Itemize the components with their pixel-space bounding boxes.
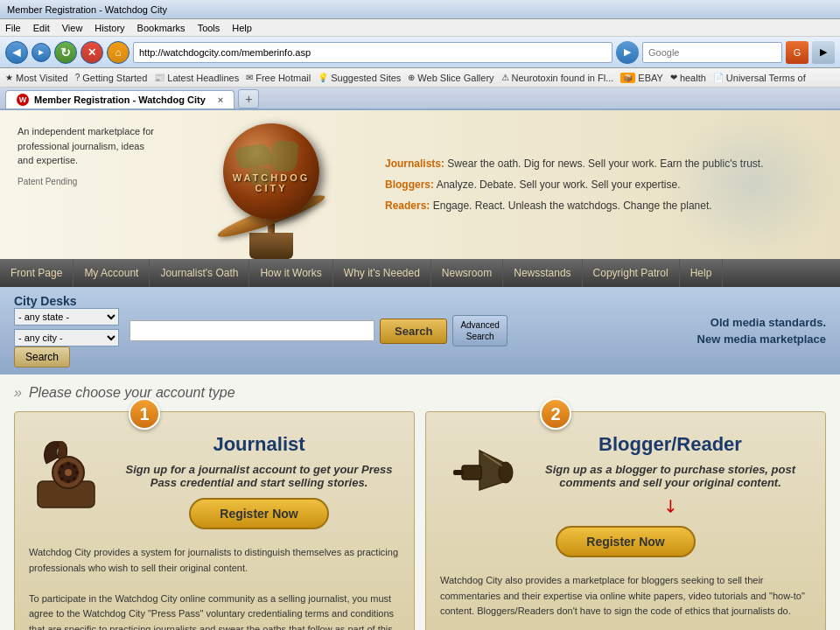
city-search-input-wrap: Search Advanced Search [130,315,669,346]
address-bar[interactable] [133,42,612,63]
nav-newsroom[interactable]: Newsroom [431,259,503,287]
reader-text: Engage. React. Unleash the watchdogs. Ch… [433,200,712,212]
account-section-title: Please choose your account type [14,385,826,401]
nav-why-needed[interactable]: Why it's Needed [333,259,431,287]
svg-point-4 [66,462,70,466]
old-media-line2: New media marketplace [697,331,826,348]
nav-my-account[interactable]: My Account [74,259,150,287]
advanced-search-line2: Search [466,332,494,341]
site-header: An independent marketplace for professio… [0,110,840,259]
forward-button[interactable]: ► [32,43,51,62]
svg-point-5 [73,465,76,468]
close-tab-button[interactable]: × [218,94,223,105]
page-content: An independent marketplace for professio… [0,110,840,630]
header-logo-area: WATCHDOG CITY [175,110,368,259]
menu-view[interactable]: View [62,23,83,33]
ebay-icon: 📦 [620,73,635,83]
neurotoxin-icon: ⚠ [501,73,509,82]
menu-bookmarks[interactable]: Bookmarks [137,23,186,33]
svg-rect-14 [453,470,464,475]
journalist-image-area [29,433,108,512]
site-nav: Front Page My Account Journalist's Oath … [0,259,840,287]
new-tab-button[interactable]: + [238,89,259,108]
nav-how-it-works[interactable]: How it Works [249,259,332,287]
nav-newsstands[interactable]: Newsstands [503,259,582,287]
active-tab[interactable]: W Member Registration - Watchdog City × [5,90,234,108]
fav-getting-started[interactable]: ? Getting Started [75,73,148,83]
web-slice-icon: ⊕ [408,73,415,82]
city-search-button[interactable]: Search [14,346,70,368]
globe-watchdog-text: WATCHDOG [210,172,332,183]
svg-point-9 [60,477,64,480]
fav-health[interactable]: ❤ health [670,73,706,83]
fav-health-label: health [680,73,706,83]
journalist-text: Swear the oath. Dig for news. Sell your … [447,158,763,170]
menu-file[interactable]: File [5,23,21,33]
browser-menu-bar: File Edit View History Bookmarks Tools H… [0,19,840,37]
journalist-label: Journalists: [385,158,444,170]
blogger-register-button[interactable]: Register Now [556,526,696,557]
search-go-button[interactable]: ▶ [812,41,835,64]
site-description-text: An independent marketplace for professio… [18,124,158,168]
fav-getting-started-label: Getting Started [82,73,147,83]
menu-edit[interactable]: Edit [33,23,50,33]
fav-neurotoxin-label: Neurotoxin found in Fl... [512,73,614,83]
stop-button[interactable]: ✕ [80,41,103,64]
old-telephone-icon [33,433,103,512]
menu-help[interactable]: Help [232,23,252,33]
fav-neurotoxin[interactable]: ⚠ Neurotoxin found in Fl... [501,73,614,83]
nav-copyright-patrol[interactable]: Copyright Patrol [583,259,680,287]
active-tab-label: Member Registration - Watchdog City [34,94,206,105]
old-media-line1: Old media standards. [697,314,826,332]
fav-latest-headlines[interactable]: 📰 Latest Headlines [154,73,239,83]
fav-hotmail[interactable]: ✉ Free Hotmail [246,73,311,83]
journalist-register-button[interactable]: Register Now [189,498,329,529]
getting-started-icon: ? [75,73,80,82]
advanced-search-line1: Advanced [460,320,499,330]
journalist-tagline: Journalists: Swear the oath. Dig for new… [385,158,822,170]
fav-ebay-label: EBAY [638,73,663,83]
fav-web-slice-label: Web Slice Gallery [417,73,494,83]
fav-universal-terms-label: Universal Terms of [726,73,806,83]
svg-point-10 [58,471,61,474]
go-button[interactable]: ▶ [616,41,639,64]
arrow-to-register-icon: ↗ [658,494,683,520]
svg-point-3 [65,469,72,476]
svg-rect-12 [462,466,481,480]
svg-point-7 [73,477,76,480]
blogger-card: 2 [425,411,826,630]
hotmail-icon: ✉ [246,73,253,82]
journalist-card: 1 [14,411,415,630]
back-button[interactable]: ◄ [5,41,28,64]
nav-front-page[interactable]: Front Page [0,259,74,287]
nav-help[interactable]: Help [680,259,724,287]
menu-tools[interactable]: Tools [198,23,220,33]
journalist-card-top: Journalist Sign up for a journalist acco… [29,433,400,538]
blogger-label: Bloggers: [385,178,434,191]
svg-point-6 [75,471,79,474]
home-button[interactable]: ⌂ [107,41,130,64]
city-select[interactable]: - any city - [14,329,119,346]
blogger-card-top: Blogger/Reader Sign up as a blogger to p… [440,433,811,566]
advanced-search-button[interactable]: Advanced Search [452,315,507,346]
fav-ebay[interactable]: 📦 EBAY [620,73,663,83]
main-search-button[interactable]: Search [380,318,447,344]
nav-journalists-oath[interactable]: Journalist's Oath [150,259,249,287]
star-icon: ★ [5,73,13,82]
fav-suggested-sites[interactable]: 💡 Suggested Sites [318,73,401,83]
city-search-text-input[interactable] [130,320,374,341]
fav-universal-terms[interactable]: 📄 Universal Terms of [713,73,806,83]
browser-search-input[interactable] [642,42,782,63]
blogger-badge-number: 2 [540,398,571,430]
menu-history[interactable]: History [94,23,124,33]
refresh-button[interactable]: ↻ [54,41,77,64]
header-taglines: Journalists: Swear the oath. Dig for new… [368,110,840,259]
reader-label: Readers: [385,200,430,212]
megaphone-icon [444,442,514,503]
reader-tagline: Readers: Engage. React. Unleash the watc… [385,200,822,212]
tab-bar: W Member Registration - Watchdog City × … [0,88,840,110]
fav-most-visited[interactable]: ★ Most Visited [5,73,68,83]
state-select[interactable]: - any state - [14,308,119,326]
fav-web-slice[interactable]: ⊕ Web Slice Gallery [408,73,494,83]
search-engine-button[interactable]: G [786,41,808,64]
